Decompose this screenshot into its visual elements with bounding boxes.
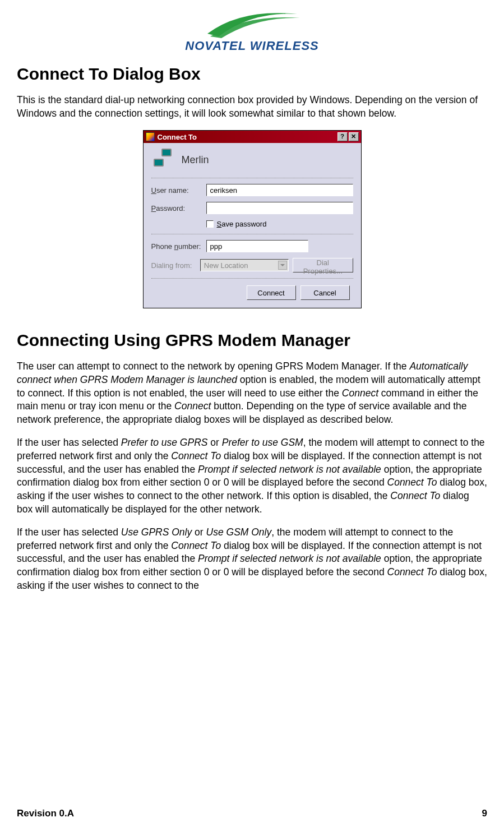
section2-p2: If the user has selected Prefer to use G… (17, 436, 487, 516)
username-label: User name: (151, 186, 206, 195)
dialog-title: Connect To (158, 133, 197, 141)
separator (151, 278, 353, 279)
dialing-from-label: Dialing from: (151, 261, 200, 270)
revision-label: Revision 0.A (17, 808, 74, 819)
dialog-screenshot: Connect To ? ✕ Merlin User name: Passwor… (17, 130, 487, 308)
page-number: 9 (482, 808, 487, 819)
dialog-titlebar: Connect To ? ✕ (144, 131, 361, 143)
help-button[interactable]: ? (337, 132, 348, 141)
connect-button[interactable]: Connect (247, 285, 296, 300)
password-input[interactable] (206, 202, 353, 214)
logo-brand-text: NOVATEL WIRELESS (17, 39, 487, 53)
logo-swoosh-icon (196, 6, 308, 39)
cancel-button[interactable]: Cancel (300, 285, 350, 300)
section1-heading: Connect To Dialog Box (17, 64, 487, 84)
dial-properties-button: Dial Properties... (293, 258, 353, 272)
connect-to-dialog: Connect To ? ✕ Merlin User name: Passwor… (143, 130, 362, 308)
username-input[interactable] (206, 184, 353, 196)
password-label: Password: (151, 204, 206, 213)
section2-p3: If the user has selected Use GPRS Only o… (17, 526, 487, 592)
save-password-label: Save password (217, 220, 267, 228)
save-password-checkbox[interactable] (206, 220, 214, 228)
section2-p1: The user can attempt to connect to the n… (17, 360, 487, 426)
phone-label: Phone number: (151, 242, 206, 251)
separator (151, 178, 353, 178)
dialing-from-value: New Location (204, 261, 248, 270)
logo-container: NOVATEL WIRELESS (17, 6, 487, 53)
close-button[interactable]: ✕ (349, 132, 359, 141)
connection-name: Merlin (182, 154, 209, 166)
chevron-down-icon (278, 261, 287, 270)
section2-heading: Connecting Using GPRS Modem Manager (17, 331, 487, 350)
page-footer: Revision 0.A 9 (17, 808, 487, 819)
phone-input[interactable] (206, 240, 308, 252)
section1-paragraph: This is the standard dial-up networking … (17, 94, 487, 120)
dialing-from-dropdown: New Location (200, 259, 289, 271)
dialup-connection-icon (154, 149, 174, 171)
dialup-titlebar-icon (146, 132, 155, 141)
separator (151, 234, 353, 234)
